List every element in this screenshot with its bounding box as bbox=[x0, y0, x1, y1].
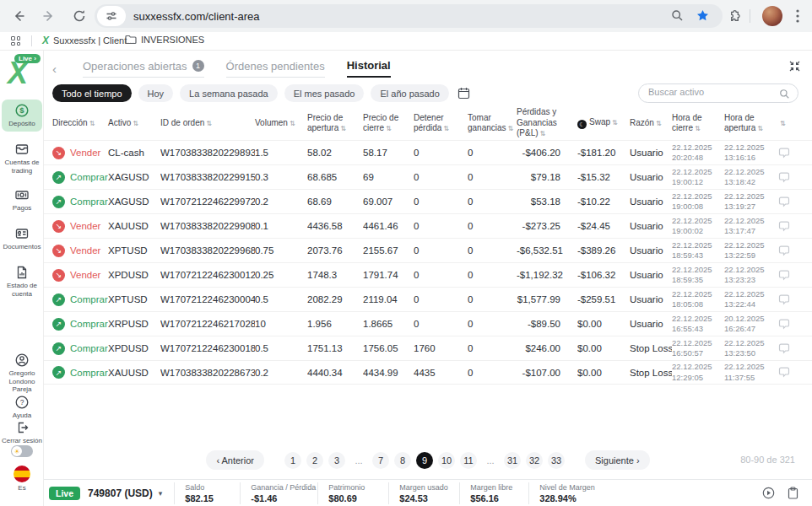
page-button[interactable]: 9 bbox=[416, 452, 433, 469]
bookmark-suxxessfx[interactable]: X Suxxessfx | Client... bbox=[42, 35, 134, 46]
page-button[interactable]: 1 bbox=[284, 452, 301, 469]
table-row[interactable]: ↘ Vender XPDUSD W1707212246230012 0.25 1… bbox=[44, 262, 812, 287]
sort-icon[interactable]: ⇅ bbox=[340, 125, 346, 132]
language-flag-es[interactable] bbox=[14, 466, 30, 482]
table-row[interactable]: ↗ Comprar XAUUSD W1703833820228673 0.2 4… bbox=[44, 360, 812, 385]
play-circle-icon[interactable] bbox=[762, 487, 775, 499]
page-button[interactable]: 7 bbox=[372, 452, 389, 469]
column-header[interactable]: ☾Swap⇅ bbox=[577, 117, 630, 130]
theme-toggle[interactable]: ☀ bbox=[11, 445, 33, 457]
sort-icon[interactable]: ⇅ bbox=[133, 120, 138, 127]
apps-grid-icon[interactable] bbox=[11, 36, 20, 46]
menu-icon[interactable] bbox=[788, 6, 808, 26]
comment-icon[interactable] bbox=[778, 245, 790, 256]
column-header[interactable]: Razón⇅ bbox=[630, 118, 672, 129]
profile-avatar[interactable] bbox=[762, 6, 782, 26]
table-row[interactable]: ↗ Comprar XPTUSD W1707212246230004 0.5 2… bbox=[44, 287, 812, 311]
table-row[interactable]: ↘ Vender CL-cash W1703833820229893 1.5 5… bbox=[44, 140, 812, 164]
table-row[interactable]: ↘ Vender XPTUSD W1703833820229968 0.75 2… bbox=[44, 238, 812, 262]
column-header[interactable]: Precio de cierre⇅ bbox=[363, 113, 414, 134]
filter-todo-el-tiempo[interactable]: Todo el tiempo bbox=[52, 84, 132, 102]
page-button[interactable]: 33 bbox=[548, 452, 565, 469]
page-button[interactable]: 11 bbox=[460, 452, 477, 469]
comment-icon[interactable] bbox=[778, 221, 790, 232]
sidebar-item-deposito[interactable]: $ Depósito bbox=[2, 100, 42, 132]
comment-icon[interactable] bbox=[778, 294, 790, 305]
page-button[interactable]: 31 bbox=[504, 452, 521, 469]
filter-hoy[interactable]: Hoy bbox=[138, 84, 174, 102]
column-header[interactable]: Detener pérdida⇅ bbox=[414, 113, 468, 134]
filter-semana-pasada[interactable]: La semana pasada bbox=[180, 84, 278, 102]
live-environment-badge[interactable]: Live › bbox=[14, 54, 41, 63]
swap-info-icon[interactable]: ☾ bbox=[577, 120, 587, 129]
back-icon[interactable] bbox=[8, 6, 29, 26]
table-row[interactable]: ↗ Comprar XAGUSD W1703833820229915 0.3 6… bbox=[44, 164, 812, 189]
tab-historial[interactable]: Historial bbox=[347, 59, 391, 78]
next-page-button[interactable]: Siguiente › bbox=[585, 450, 650, 470]
table-row[interactable]: ↗ Comprar XPDUSD W1707212246230018 0.5 1… bbox=[44, 336, 812, 360]
page-button[interactable]: 2 bbox=[306, 452, 323, 469]
calendar-icon[interactable] bbox=[457, 87, 470, 100]
comment-icon[interactable] bbox=[778, 270, 790, 281]
page-button[interactable]: 10 bbox=[438, 452, 455, 469]
sort-icon[interactable]: ⇅ bbox=[89, 120, 95, 127]
back-chevron-icon[interactable]: ‹ bbox=[52, 62, 57, 76]
filter-mes-pasado[interactable]: El mes pasado bbox=[284, 84, 365, 102]
table-row[interactable]: ↗ Comprar XRPUSD W1707212246217028 10 1.… bbox=[44, 311, 812, 336]
column-header[interactable]: Tomar ganancias⇅ bbox=[468, 113, 517, 134]
search-input[interactable] bbox=[648, 87, 775, 97]
sidebar-item-cerrar-sesion[interactable]: Cerrar sesión bbox=[2, 420, 42, 445]
forward-icon[interactable] bbox=[39, 6, 59, 26]
column-header[interactable]: ID de orden⇅ bbox=[160, 118, 255, 129]
sort-icon[interactable]: ⇅ bbox=[443, 125, 449, 132]
reload-icon[interactable] bbox=[69, 6, 89, 26]
sidebar-profile[interactable]: Gregorio Londono Pareja bbox=[2, 353, 42, 394]
comment-icon[interactable] bbox=[778, 343, 790, 354]
sort-icon[interactable]: ⇅ bbox=[206, 120, 212, 127]
clipboard-icon[interactable] bbox=[788, 487, 798, 499]
sort-icon[interactable]: ⇅ bbox=[656, 120, 662, 127]
column-header[interactable]: ⇅ bbox=[778, 118, 793, 129]
sort-icon[interactable]: ⇅ bbox=[695, 125, 701, 132]
sort-icon[interactable]: ⇅ bbox=[290, 120, 295, 127]
sort-icon[interactable]: ⇅ bbox=[386, 125, 392, 132]
sort-icon[interactable]: ⇅ bbox=[612, 119, 618, 126]
chevron-down-icon[interactable]: ▾ bbox=[159, 489, 163, 498]
comment-icon[interactable] bbox=[778, 319, 790, 330]
account-selector[interactable]: 749807 (USD) bbox=[88, 487, 153, 499]
page-button[interactable]: 3 bbox=[328, 452, 345, 469]
column-header[interactable]: Activo⇅ bbox=[108, 118, 160, 129]
live-account-badge[interactable]: Live bbox=[49, 487, 80, 500]
tab-operaciones-abiertas[interactable]: Operaciones abiertas 1 bbox=[83, 59, 204, 78]
sidebar-item-ayuda[interactable]: ? Ayuda bbox=[2, 395, 42, 420]
column-header[interactable]: Precio de apertura⇅ bbox=[307, 113, 363, 134]
sort-icon[interactable]: ⇅ bbox=[508, 125, 514, 132]
comment-icon[interactable] bbox=[778, 172, 790, 183]
page-button[interactable]: 8 bbox=[394, 452, 411, 469]
search-icon[interactable] bbox=[671, 9, 684, 22]
filter-ano-pasado[interactable]: El año pasado bbox=[371, 84, 448, 102]
page-button[interactable]: 32 bbox=[526, 452, 543, 469]
comment-icon[interactable] bbox=[778, 367, 790, 378]
column-header[interactable]: Hora de apertura⇅ bbox=[724, 113, 778, 134]
table-row[interactable]: ↘ Vender XAUUSD W1703833820229908 0.1 44… bbox=[44, 213, 812, 238]
collapse-panel-icon[interactable] bbox=[789, 61, 800, 72]
sort-icon[interactable]: ⇅ bbox=[757, 125, 763, 132]
column-header[interactable]: Dirección⇅ bbox=[52, 118, 108, 129]
comment-icon[interactable] bbox=[778, 196, 790, 207]
comment-icon[interactable] bbox=[778, 148, 790, 159]
extensions-icon[interactable] bbox=[724, 6, 744, 26]
address-bar[interactable]: suxxessfx.com/client-area bbox=[95, 4, 723, 28]
column-header[interactable]: Hora de cierre⇅ bbox=[672, 113, 724, 134]
sidebar-item-documentos[interactable]: Documentos bbox=[2, 223, 42, 255]
sort-icon[interactable]: ⇅ bbox=[780, 120, 786, 127]
tab-ordenes-pendientes[interactable]: Órdenes pendientes bbox=[226, 59, 325, 78]
previous-page-button[interactable]: ‹ Anterior bbox=[206, 450, 264, 470]
sidebar-item-pagos[interactable]: Pagos bbox=[2, 184, 42, 216]
column-header[interactable]: Volumen⇅ bbox=[255, 118, 307, 129]
bookmark-star-icon[interactable] bbox=[696, 9, 709, 22]
sidebar-item-estado-de-cuenta[interactable]: Estado de cuenta bbox=[2, 261, 42, 301]
bookmark-folder-inversiones[interactable]: INVERSIONES bbox=[125, 35, 204, 45]
site-settings-icon[interactable] bbox=[97, 6, 126, 26]
table-row[interactable]: ↗ Comprar XAGUSD W1707212246229972 0.2 6… bbox=[44, 189, 812, 213]
